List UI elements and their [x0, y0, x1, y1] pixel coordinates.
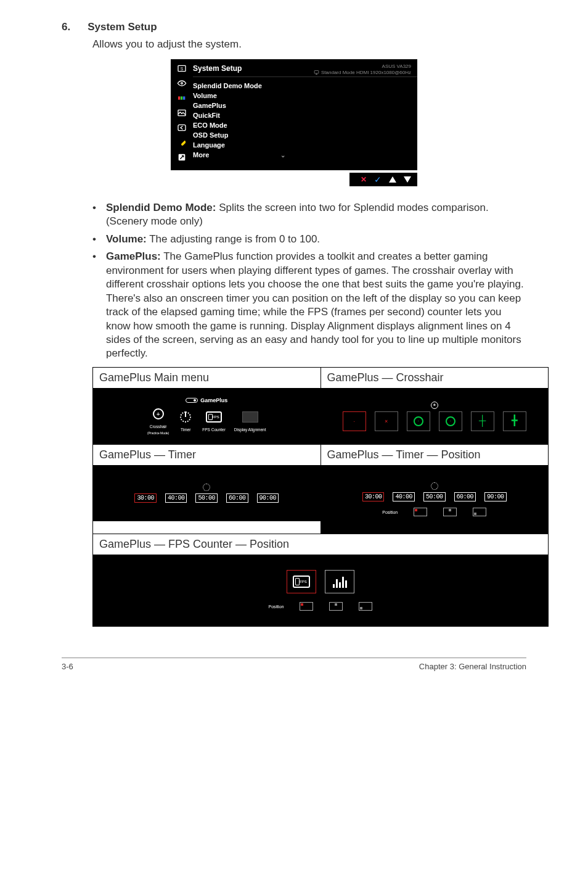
gp-header-label: GamePlus: [200, 397, 227, 403]
bullet-text: The GamePlus function provides a toolkit…: [106, 250, 524, 359]
chapter-label: Chapter 3: General Instruction: [419, 662, 526, 671]
crosshair-option: + Crosshair (Practice Mode): [147, 406, 169, 435]
bullet-text: The adjusting range is from 0 to 100.: [147, 233, 320, 245]
osd-item: OSD Setup: [193, 131, 228, 139]
shortcut-icon: [176, 151, 188, 164]
osd-mode-line: Standard Mode HDMI 1920x1080@60Hz: [321, 70, 411, 76]
eyecare-icon: [176, 76, 188, 90]
position-option: [473, 508, 486, 516]
gameplus-table: GamePlus Main menu GamePlus — Crosshair …: [92, 367, 549, 627]
timer-option: 30:00: [134, 493, 157, 503]
svg-rect-5: [183, 96, 185, 99]
timer-option: 60:00: [454, 492, 476, 501]
image-icon: [176, 106, 188, 120]
bullet-dot: •: [92, 250, 96, 361]
osd-item: GamePlus: [193, 102, 226, 109]
crosshair-variant: ·: [343, 411, 366, 431]
fps-variant: [325, 570, 354, 593]
position-option: [443, 508, 457, 516]
timer-option: 40:00: [165, 493, 187, 503]
bullet-label: Splendid Demo Mode:: [106, 202, 216, 213]
position-option: [359, 602, 372, 611]
position-option: [329, 602, 343, 611]
svg-rect-7: [178, 125, 186, 130]
confirm-icon: ✓: [374, 175, 382, 184]
gp-main-title: GamePlus Main menu: [93, 367, 321, 388]
gp-fps-title: GamePlus — FPS Counter — Position: [93, 534, 549, 555]
osd-nav-bar: ✕ ✓: [349, 173, 417, 186]
crosshair-icon: +: [431, 402, 438, 409]
position-label: Position: [382, 510, 398, 514]
fps-counter-option: FPS FPS Counter: [202, 409, 226, 432]
input-icon: [176, 121, 188, 134]
monitor-icon: [314, 70, 319, 75]
gp-timer-preview: 30:00 40:00 50:00 60:00 90:00: [93, 466, 321, 521]
bullet-label: GamePlus:: [106, 250, 161, 262]
bullet-dot: •: [92, 233, 96, 246]
section-title: System Setup: [88, 21, 157, 33]
osd-screenshot: S System Setup ASUS VA329 Standard Mode …: [171, 59, 417, 186]
osd-item: QuickFit: [193, 112, 220, 119]
crosshair-variant: ×: [375, 411, 398, 431]
timer-option: 60:00: [226, 493, 248, 503]
position-option: [414, 508, 427, 516]
gp-main-preview: GamePlus + Crosshair (Practice Mode) Tim…: [93, 389, 321, 444]
osd-item: Volume: [193, 92, 217, 99]
osd-item: ECO Mode: [193, 122, 227, 129]
osd-item: More: [193, 151, 209, 159]
gp-timer-pos-preview: 30:00 40:00 50:00 60:00 90:00 Position: [321, 466, 549, 534]
osd-title: System Setup: [193, 63, 242, 76]
up-icon: [389, 176, 396, 183]
bullet-dot: •: [92, 201, 96, 229]
svg-text:S: S: [181, 67, 184, 71]
fps-variant: FPS: [287, 570, 316, 593]
crosshair-variant: •: [407, 411, 430, 431]
timer-icon: [203, 484, 210, 491]
down-icon: [404, 176, 411, 183]
position-option: [300, 602, 313, 611]
chevron-down-icon: ⌄: [280, 152, 285, 159]
timer-icon: [431, 482, 438, 490]
timer-option: Timer: [178, 409, 194, 432]
timer-option: 40:00: [393, 492, 415, 501]
timer-option: 50:00: [195, 493, 218, 503]
display-alignment-option: Display Alignment: [234, 409, 266, 432]
gp-timer-pos-title: GamePlus — Timer — Position: [321, 444, 549, 465]
osd-item: Splendid Demo Mode: [193, 82, 262, 89]
crosshair-variant: ╋: [503, 411, 526, 431]
gp-fps-preview: FPS Position: [93, 555, 548, 626]
osd-item: Language: [193, 141, 225, 149]
svg-rect-3: [178, 96, 180, 99]
bullet-label: Volume:: [106, 233, 147, 245]
section-number: 6.: [62, 21, 70, 33]
svg-rect-4: [181, 96, 182, 99]
color-icon: [176, 91, 188, 105]
gp-crosshair-preview: + · × • · ┼ ╋: [321, 389, 549, 444]
timer-option: 90:00: [484, 492, 507, 501]
timer-option: 90:00: [257, 493, 279, 503]
timer-option: 30:00: [362, 492, 385, 501]
osd-menu-list: Splendid Demo Mode Volume GamePlus Quick…: [193, 77, 417, 160]
crosshair-variant: ┼: [471, 411, 494, 431]
close-icon: ✕: [361, 175, 367, 184]
intro-text: Allows you to adjust the system.: [92, 38, 526, 51]
system-setup-icon: [176, 136, 188, 149]
svg-rect-9: [314, 71, 319, 74]
osd-brand: ASUS VA329: [314, 64, 411, 70]
gp-timer-title: GamePlus — Timer: [93, 444, 321, 465]
crosshair-variant: ·: [439, 411, 462, 431]
gp-crosshair-title: GamePlus — Crosshair: [321, 367, 549, 388]
svg-point-2: [181, 83, 183, 85]
page-number: 3-6: [62, 662, 73, 671]
position-label: Position: [269, 604, 284, 609]
splendid-icon: S: [176, 62, 188, 75]
timer-option: 50:00: [423, 492, 446, 501]
